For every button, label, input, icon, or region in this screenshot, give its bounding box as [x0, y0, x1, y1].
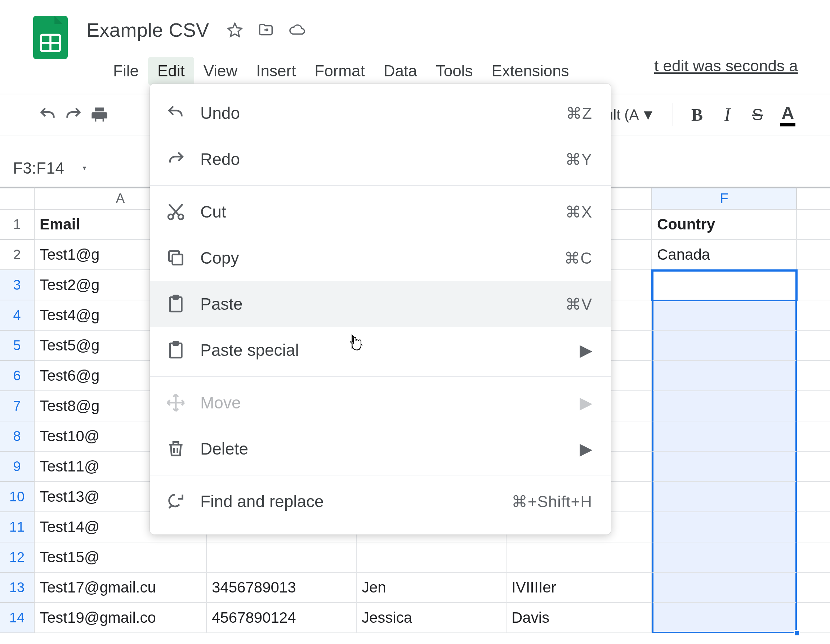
redo-button[interactable]	[60, 101, 87, 128]
cell-F13[interactable]	[652, 573, 797, 603]
cell-F1[interactable]: Country	[652, 210, 797, 240]
menu-item-label: Find and replace	[200, 492, 512, 511]
menu-item-paste-special[interactable]: Paste special▶	[150, 327, 611, 373]
row-header-1[interactable]: 1	[0, 210, 35, 240]
cell-G14[interactable]	[797, 603, 830, 633]
bold-button[interactable]: B	[684, 101, 710, 128]
move-icon	[166, 392, 186, 413]
menu-file[interactable]: File	[104, 57, 148, 85]
cell-G3[interactable]	[797, 270, 830, 301]
cell-G11[interactable]	[797, 512, 830, 543]
cell-G2[interactable]	[797, 240, 830, 270]
row-header-12[interactable]: 12	[0, 543, 35, 573]
row-header-9[interactable]: 9	[0, 452, 35, 482]
cell-F14[interactable]	[652, 603, 797, 633]
cell-G13[interactable]	[797, 573, 830, 603]
name-box[interactable]: F3:F14	[0, 159, 64, 177]
menu-item-copy[interactable]: Copy⌘C	[150, 235, 611, 281]
row-header-8[interactable]: 8	[0, 421, 35, 452]
menu-item-cut[interactable]: Cut⌘X	[150, 189, 611, 235]
cell-G5[interactable]	[797, 331, 830, 361]
cell-F6[interactable]	[652, 361, 797, 391]
column-header-F[interactable]: F	[652, 187, 797, 210]
menu-tools[interactable]: Tools	[426, 57, 482, 85]
cell-C13[interactable]: Jen	[356, 573, 507, 603]
row-header-3[interactable]: 3	[0, 270, 35, 301]
cell-B13[interactable]: 3456789013	[207, 573, 356, 603]
row-header-10[interactable]: 10	[0, 482, 35, 512]
menu-bar: FileEditViewInsertFormatDataToolsExtensi…	[104, 57, 578, 85]
cell-C14[interactable]: Jessica	[356, 603, 507, 633]
menu-item-delete[interactable]: Delete▶	[150, 426, 611, 472]
menu-item-shortcut: ⌘V	[565, 295, 592, 313]
row-header-2[interactable]: 2	[0, 240, 35, 270]
cell-G12[interactable]	[797, 543, 830, 573]
cell-F4[interactable]	[652, 301, 797, 331]
select-all-corner[interactable]	[0, 187, 35, 210]
font-family-select[interactable]: ult (A ▼	[605, 107, 662, 123]
menu-item-find-and-replace[interactable]: Find and replace⌘+Shift+H	[150, 478, 611, 524]
menu-insert[interactable]: Insert	[247, 57, 305, 85]
cell-D12[interactable]	[507, 543, 652, 573]
row-header-13[interactable]: 13	[0, 573, 35, 603]
cell-F12[interactable]	[652, 543, 797, 573]
row-header-7[interactable]: 7	[0, 391, 35, 421]
cell-G6[interactable]	[797, 361, 830, 391]
cloud-status-icon[interactable]	[288, 22, 305, 38]
cell-G8[interactable]	[797, 421, 830, 452]
fill-handle[interactable]	[794, 630, 800, 636]
cell-A14[interactable]: Test19@gmail.co	[35, 603, 207, 633]
chevron-down-icon[interactable]: ▼	[81, 165, 87, 171]
row-header-5[interactable]: 5	[0, 331, 35, 361]
submenu-arrow-icon: ▶	[580, 439, 592, 459]
cell-G9[interactable]	[797, 452, 830, 482]
cell-F7[interactable]	[652, 391, 797, 421]
cell-F10[interactable]	[652, 482, 797, 512]
cell-G10[interactable]	[797, 482, 830, 512]
text-color-button[interactable]: A	[775, 101, 801, 128]
row-header-14[interactable]: 14	[0, 603, 35, 633]
cell-D14[interactable]: Davis	[507, 603, 652, 633]
cell-F3[interactable]	[652, 270, 797, 301]
cell-G4[interactable]	[797, 301, 830, 331]
menu-edit[interactable]: Edit	[148, 57, 194, 85]
last-edit-status[interactable]: t edit was seconds a	[654, 57, 798, 75]
undo-icon	[166, 103, 186, 123]
cell-C12[interactable]	[356, 543, 507, 573]
star-icon[interactable]	[227, 22, 243, 38]
cell-D13[interactable]: IVIIIIer	[507, 573, 652, 603]
menu-item-undo[interactable]: Undo⌘Z	[150, 90, 611, 136]
menu-item-paste[interactable]: Paste⌘V	[150, 281, 611, 327]
menu-view[interactable]: View	[194, 57, 247, 85]
italic-button[interactable]: I	[714, 101, 740, 128]
cell-F2[interactable]: Canada	[652, 240, 797, 270]
cell-G1[interactable]	[797, 210, 830, 240]
document-title[interactable]: Example CSV	[84, 17, 212, 43]
menu-item-label: Cut	[200, 202, 565, 222]
strikethrough-button[interactable]: S	[744, 101, 771, 128]
menu-extensions[interactable]: Extensions	[482, 57, 578, 85]
cell-F5[interactable]	[652, 331, 797, 361]
cell-B14[interactable]: 4567890124	[207, 603, 356, 633]
menu-item-redo[interactable]: Redo⌘Y	[150, 136, 611, 182]
cell-A12[interactable]: Test15@	[35, 543, 207, 573]
cell-G7[interactable]	[797, 391, 830, 421]
sheets-app-icon[interactable]	[33, 16, 68, 59]
cell-F8[interactable]	[652, 421, 797, 452]
cell-F11[interactable]	[652, 512, 797, 543]
edit-menu-popup: Undo⌘ZRedo⌘YCut⌘XCopy⌘CPaste⌘VPaste spec…	[150, 84, 611, 535]
undo-button[interactable]	[35, 101, 60, 128]
cell-A13[interactable]: Test17@gmail.cu	[35, 573, 207, 603]
row-header-6[interactable]: 6	[0, 361, 35, 391]
menu-item-shortcut: ⌘X	[565, 203, 592, 221]
menu-data[interactable]: Data	[374, 57, 426, 85]
chevron-down-icon: ▼	[641, 107, 655, 123]
print-button[interactable]	[87, 101, 112, 128]
row-header-11[interactable]: 11	[0, 512, 35, 543]
row-header-4[interactable]: 4	[0, 301, 35, 331]
cell-F9[interactable]	[652, 452, 797, 482]
move-to-folder-icon[interactable]	[258, 22, 274, 38]
cell-B12[interactable]	[207, 543, 356, 573]
menu-format[interactable]: Format	[305, 57, 374, 85]
column-header-G[interactable]	[797, 187, 830, 210]
